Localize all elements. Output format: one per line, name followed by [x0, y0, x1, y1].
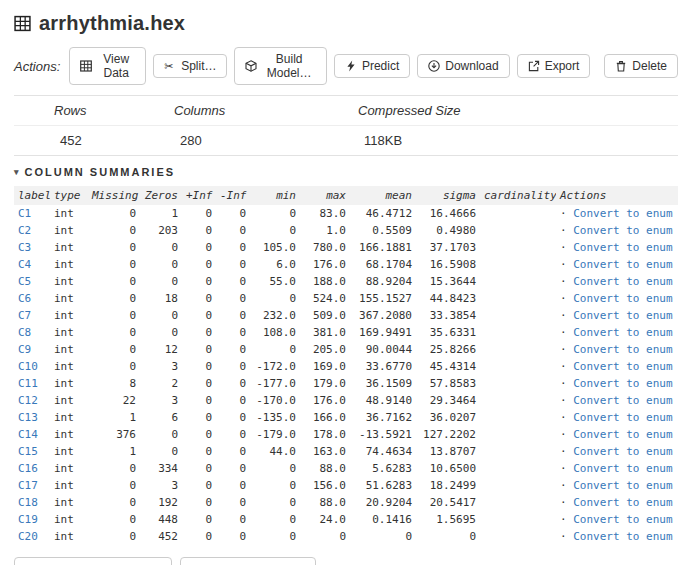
- next-20-columns-button[interactable]: → Next 20 Columns: [180, 557, 316, 565]
- column-label-link[interactable]: C19: [18, 513, 38, 526]
- column-label-link[interactable]: C9: [18, 343, 31, 356]
- convert-to-enum-link[interactable]: Convert to enum: [573, 292, 672, 305]
- view-data-button[interactable]: View Data: [69, 47, 146, 85]
- cell-mean: -13.5921: [350, 426, 416, 443]
- column-label-link[interactable]: C8: [18, 326, 31, 339]
- cell-sigma: 37.1703: [416, 239, 480, 256]
- convert-to-enum-link[interactable]: Convert to enum: [573, 224, 672, 237]
- convert-to-enum-link[interactable]: Convert to enum: [573, 207, 672, 220]
- cell-min: 0: [250, 341, 300, 358]
- cell-missing: 0: [88, 358, 140, 375]
- convert-to-enum-link[interactable]: Convert to enum: [573, 377, 672, 390]
- header-actions: Actions: [556, 186, 678, 205]
- convert-to-enum-link[interactable]: Convert to enum: [573, 462, 672, 475]
- cell-actions: · Convert to enum: [556, 511, 678, 528]
- cell-actions: · Convert to enum: [556, 205, 678, 222]
- cell-pos-inf: 0: [182, 358, 216, 375]
- page-title: arrhythmia.hex: [39, 12, 185, 35]
- overview-header-row: Rows Columns Compressed Size: [14, 96, 678, 126]
- column-label-link[interactable]: C5: [18, 275, 31, 288]
- action-separator-dot: ·: [560, 309, 573, 322]
- cell-label: C2: [14, 222, 50, 239]
- summary-row: C3int0000105.0780.0166.188137.1703· Conv…: [14, 239, 678, 256]
- cell-missing: 22: [88, 392, 140, 409]
- column-label-link[interactable]: C7: [18, 309, 31, 322]
- column-label-link[interactable]: C6: [18, 292, 31, 305]
- cell-max: 176.0: [300, 256, 350, 273]
- cell-max: 176.0: [300, 392, 350, 409]
- cell-label: C1: [14, 205, 50, 222]
- summary-row: C12int22300-170.0176.048.914029.3464· Co…: [14, 392, 678, 409]
- convert-to-enum-link[interactable]: Convert to enum: [573, 530, 672, 543]
- summary-row: C17int03000156.051.628318.2499· Convert …: [14, 477, 678, 494]
- delete-button[interactable]: Delete: [604, 54, 678, 78]
- convert-to-enum-link[interactable]: Convert to enum: [573, 513, 672, 526]
- cell-max: 169.0: [300, 358, 350, 375]
- download-button[interactable]: Download: [417, 54, 509, 78]
- split-button[interactable]: ✂ Split…: [153, 54, 227, 78]
- summary-row: C16int033400088.05.628310.6500· Convert …: [14, 460, 678, 477]
- convert-to-enum-link[interactable]: Convert to enum: [573, 241, 672, 254]
- column-label-link[interactable]: C17: [18, 479, 38, 492]
- convert-to-enum-link[interactable]: Convert to enum: [573, 445, 672, 458]
- convert-to-enum-link[interactable]: Convert to enum: [573, 275, 672, 288]
- convert-to-enum-link[interactable]: Convert to enum: [573, 411, 672, 424]
- cell-label: C10: [14, 358, 50, 375]
- cell-neg-inf: 0: [216, 460, 250, 477]
- cell-pos-inf: 0: [182, 239, 216, 256]
- column-label-link[interactable]: C1: [18, 207, 31, 220]
- table-grid-icon: [14, 15, 31, 32]
- convert-to-enum-link[interactable]: Convert to enum: [573, 496, 672, 509]
- delete-label: Delete: [632, 59, 667, 73]
- export-button[interactable]: Export: [517, 54, 591, 78]
- cell-type: int: [50, 392, 88, 409]
- cell-pos-inf: 0: [182, 256, 216, 273]
- column-label-link[interactable]: C14: [18, 428, 38, 441]
- column-label-link[interactable]: C13: [18, 411, 38, 424]
- cell-max: 88.0: [300, 460, 350, 477]
- column-label-link[interactable]: C12: [18, 394, 38, 407]
- cell-cardinality: [480, 273, 556, 290]
- convert-to-enum-link[interactable]: Convert to enum: [573, 258, 672, 271]
- column-label-link[interactable]: C4: [18, 258, 31, 271]
- cell-type: int: [50, 358, 88, 375]
- cell-mean: 0.5509: [350, 222, 416, 239]
- cell-missing: 0: [88, 494, 140, 511]
- cell-zeros: 3: [140, 477, 182, 494]
- column-label-link[interactable]: C10: [18, 360, 38, 373]
- action-separator-dot: ·: [560, 496, 573, 509]
- summary-row: C15int100044.0163.074.463413.8707· Conve…: [14, 443, 678, 460]
- pagination-bar: ← Previous 20 Columns → Next 20 Columns: [14, 557, 678, 565]
- cell-sigma: 36.0207: [416, 409, 480, 426]
- convert-to-enum-link[interactable]: Convert to enum: [573, 326, 672, 339]
- cell-label: C11: [14, 375, 50, 392]
- cell-missing: 8: [88, 375, 140, 392]
- cell-label: C15: [14, 443, 50, 460]
- convert-to-enum-link[interactable]: Convert to enum: [573, 309, 672, 322]
- cell-max: 166.0: [300, 409, 350, 426]
- predict-button[interactable]: Predict: [334, 54, 410, 78]
- cell-actions: · Convert to enum: [556, 222, 678, 239]
- column-label-link[interactable]: C20: [18, 530, 38, 543]
- build-model-button[interactable]: Build Model…: [234, 47, 326, 85]
- column-summaries-toggle[interactable]: ▾ COLUMN SUMMARIES: [14, 166, 678, 178]
- convert-to-enum-link[interactable]: Convert to enum: [573, 394, 672, 407]
- cell-mean: 5.6283: [350, 460, 416, 477]
- column-label-link[interactable]: C2: [18, 224, 31, 237]
- cell-neg-inf: 0: [216, 273, 250, 290]
- convert-to-enum-link[interactable]: Convert to enum: [573, 360, 672, 373]
- column-label-link[interactable]: C15: [18, 445, 38, 458]
- column-label-link[interactable]: C11: [18, 377, 38, 390]
- column-label-link[interactable]: C3: [18, 241, 31, 254]
- convert-to-enum-link[interactable]: Convert to enum: [573, 343, 672, 356]
- convert-to-enum-link[interactable]: Convert to enum: [573, 428, 672, 441]
- cell-type: int: [50, 460, 88, 477]
- summary-row: C13int1600-135.0166.036.716236.0207· Con…: [14, 409, 678, 426]
- cell-type: int: [50, 324, 88, 341]
- cube-icon: [245, 60, 257, 72]
- column-label-link[interactable]: C18: [18, 496, 38, 509]
- column-label-link[interactable]: C16: [18, 462, 38, 475]
- cell-actions: · Convert to enum: [556, 460, 678, 477]
- cell-label: C13: [14, 409, 50, 426]
- convert-to-enum-link[interactable]: Convert to enum: [573, 479, 672, 492]
